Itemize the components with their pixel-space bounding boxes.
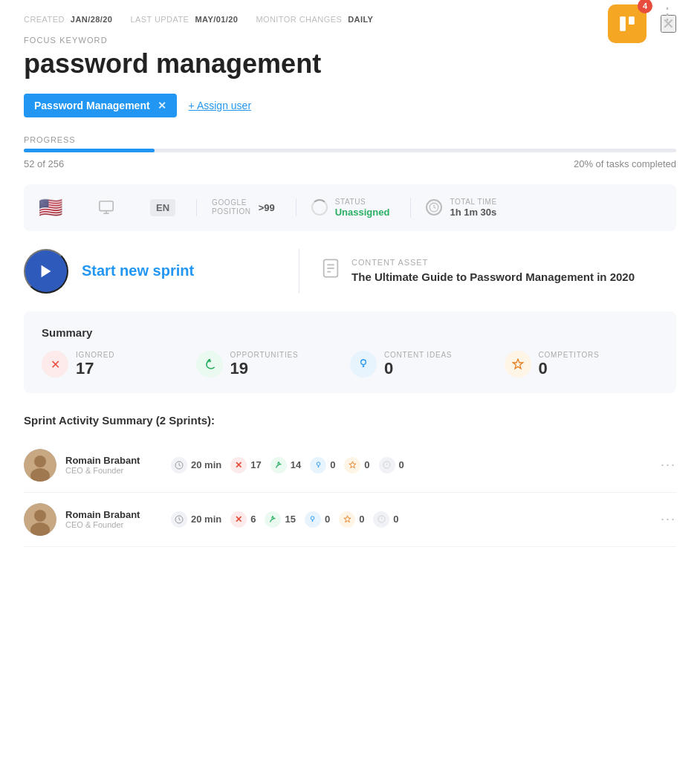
- summary-stat-ignored: ✕ IGNORED 17: [42, 351, 196, 378]
- monitor-label: MONITOR CHANGES: [256, 15, 342, 24]
- avatar: [24, 449, 56, 482]
- play-icon: [38, 263, 54, 279]
- svg-marker-6: [42, 265, 51, 277]
- user-name: Romain Brabant: [65, 455, 162, 466]
- content-ideas-value: 0: [384, 359, 452, 378]
- stat-monitor: [98, 199, 135, 216]
- competitors-label: COMPETITORS: [539, 351, 600, 359]
- user-role: CEO & Founder: [65, 520, 162, 529]
- act-ignored-value: 6: [250, 514, 256, 525]
- sprint-activity-title: Sprint Activity Summary (2 Sprints):: [24, 414, 676, 427]
- monitor-icon: [98, 199, 114, 216]
- opportunities-icon: [196, 351, 223, 378]
- svg-point-11: [361, 360, 366, 365]
- svg-marker-33: [344, 516, 351, 522]
- svg-marker-22: [349, 462, 356, 468]
- row-more-button[interactable]: ···: [661, 511, 676, 527]
- act-content-ideas: 0: [310, 457, 335, 473]
- progress-meta: 52 of 256 20% of tasks completed: [24, 158, 676, 169]
- opp-act-icon: [265, 511, 281, 528]
- activity-row: Romain Brabant CEO & Founder 20 min ✕ 17: [24, 438, 676, 493]
- progress-label: PROGRESS: [24, 135, 676, 144]
- content-asset-title: The Ultimate Guide to Password Managemen…: [351, 270, 635, 285]
- created-value: JAN/28/20: [71, 15, 113, 24]
- act-ci-value: 0: [330, 459, 335, 470]
- content-asset-section: CONTENT ASSET The Ultimate Guide to Pass…: [320, 258, 676, 285]
- stat-total-time: TOTAL TIME 1h 1m 30s: [426, 198, 517, 218]
- svg-point-19: [317, 462, 320, 466]
- act-opp-value: 14: [291, 459, 301, 470]
- avatar: [24, 503, 56, 536]
- svg-point-16: [34, 456, 46, 467]
- ignored-act-icon: ✕: [230, 457, 247, 473]
- act-extra: 0: [373, 511, 398, 528]
- stat-flag: 🇺🇸: [39, 196, 83, 219]
- activity-stats: 20 min ✕ 6 15: [171, 511, 652, 528]
- focus-keyword-label: FOCUS KEYWORD: [24, 36, 676, 45]
- sprint-activity-section: Sprint Activity Summary (2 Sprints): Rom…: [24, 414, 676, 547]
- user-info: Romain Brabant CEO & Founder: [65, 509, 162, 529]
- comp-act-icon: [344, 457, 360, 473]
- content-ideas-label: CONTENT IDEAS: [384, 351, 452, 359]
- row-more-button[interactable]: ···: [661, 457, 676, 473]
- time-icon: [171, 511, 187, 528]
- status-spinner-icon: [311, 199, 328, 216]
- status-value: Unassigned: [335, 207, 390, 218]
- summary-stat-opportunities: OPPORTUNITIES 19: [196, 351, 351, 378]
- user-name: Romain Brabant: [65, 509, 162, 520]
- opportunities-value: 19: [230, 359, 299, 378]
- act-opportunities: 15: [265, 511, 295, 528]
- act-competitors: 0: [339, 511, 364, 528]
- start-sprint-label[interactable]: Start new sprint: [82, 262, 194, 279]
- act-time: 20 min: [171, 457, 221, 473]
- act-ignored: ✕ 6: [230, 511, 256, 528]
- sprint-section: Start new sprint CONTENT ASSET The Ultim…: [24, 249, 676, 294]
- ignored-act-icon: ✕: [230, 511, 247, 528]
- keyword-widget[interactable]: 4: [608, 4, 646, 43]
- svg-rect-0: [620, 16, 626, 31]
- keyword-title: password management: [24, 49, 321, 79]
- competitors-icon: [505, 351, 531, 378]
- status-label: STATUS: [335, 198, 390, 207]
- sprint-divider: [299, 249, 299, 294]
- last-update-label: LAST UPDATE: [130, 15, 189, 24]
- act-ignored: ✕ 17: [230, 457, 261, 473]
- opp-act-icon: [270, 457, 287, 473]
- keyword-actions-row: Password Management ✕ + Assign user: [24, 94, 676, 117]
- total-time-value: 1h 1m 30s: [450, 207, 496, 218]
- progress-current: 52 of 256: [24, 158, 64, 169]
- summary-stats: ✕ IGNORED 17 OPPORTUNITIES 19: [42, 351, 658, 378]
- competitors-value: 0: [539, 359, 600, 378]
- keyword-tag[interactable]: Password Management ✕: [24, 94, 177, 117]
- act-competitors: 0: [344, 457, 369, 473]
- play-sprint-button[interactable]: [24, 249, 68, 294]
- doc-icon: [320, 258, 341, 284]
- clock-icon: [426, 199, 442, 216]
- widget-badge: 4: [638, 0, 652, 13]
- google-position-value: >99: [259, 202, 275, 213]
- stat-google-position: GOOGLEPOSITION >99: [212, 198, 296, 216]
- widget-icon: [618, 14, 637, 33]
- progress-bar-fill: [24, 149, 155, 152]
- activity-stats: 20 min ✕ 17 14: [171, 457, 652, 473]
- activity-row: Romain Brabant CEO & Founder 20 min ✕ 6: [24, 493, 676, 547]
- act-ignored-value: 17: [250, 459, 261, 470]
- summary-stat-competitors: COMPETITORS 0: [505, 351, 659, 378]
- act-time-value: 20 min: [191, 514, 221, 525]
- remove-tag-button[interactable]: ✕: [158, 100, 166, 111]
- content-ideas-icon: [350, 351, 377, 378]
- svg-rect-1: [629, 16, 635, 25]
- act-extra: 0: [379, 457, 404, 473]
- time-icon: [171, 457, 187, 473]
- extra-act-icon: [379, 457, 395, 473]
- progress-tasks-text: 20% of tasks completed: [574, 158, 676, 169]
- lang-badge: EN: [150, 199, 175, 216]
- extra-act-icon: [373, 511, 389, 528]
- assign-user-link[interactable]: + Assign user: [189, 100, 251, 111]
- svg-rect-2: [100, 201, 113, 211]
- stat-lang: EN: [150, 199, 197, 216]
- last-update-value: MAY/01/20: [195, 15, 238, 24]
- more-options-button[interactable]: ⋮: [659, 4, 676, 24]
- user-role: CEO & Founder: [65, 466, 162, 475]
- progress-section: PROGRESS 52 of 256 20% of tasks complete…: [24, 135, 676, 169]
